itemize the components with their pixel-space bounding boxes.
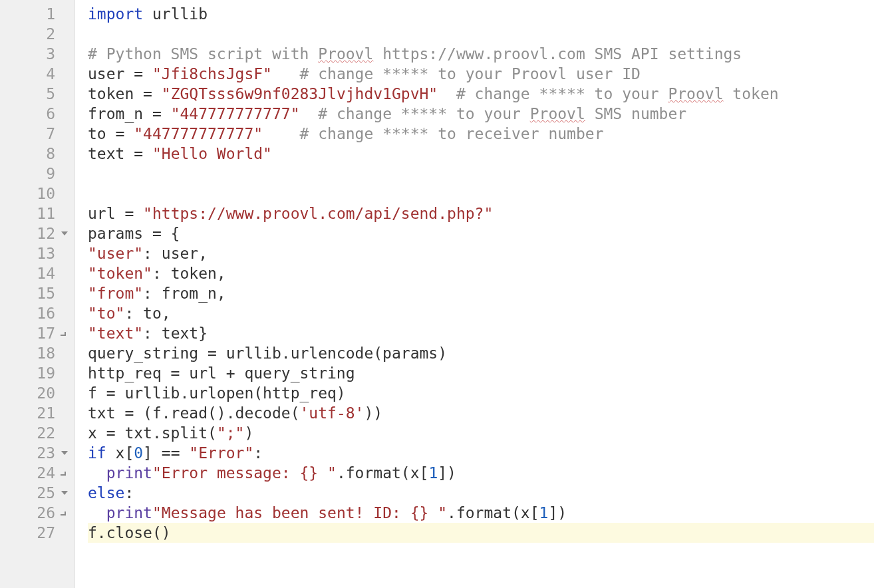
line-number: 2 xyxy=(0,24,70,44)
code-line[interactable]: "from": from_n, xyxy=(88,283,874,303)
code-line[interactable]: f.close() xyxy=(88,523,874,543)
gutter-row[interactable]: 8 xyxy=(0,144,74,164)
gutter-row[interactable]: 4 xyxy=(0,64,74,84)
code-token: ";" xyxy=(217,424,245,442)
code-token: : xyxy=(124,484,134,502)
code-token xyxy=(88,504,106,521)
code-token: "Hello World" xyxy=(152,145,272,162)
code-token: Proovl xyxy=(530,105,585,122)
code-token: f.close() xyxy=(88,524,171,541)
code-line[interactable]: else: xyxy=(88,483,874,503)
code-token: "token" xyxy=(88,265,152,282)
code-line[interactable]: print"Error message: {} ".format(x[1]) xyxy=(88,463,874,483)
code-line[interactable]: text = "Hello World" xyxy=(88,144,874,164)
gutter-row[interactable]: 10 xyxy=(0,184,74,204)
code-token xyxy=(272,65,300,82)
line-number: 10 xyxy=(0,184,70,204)
code-line[interactable]: token = "ZGQTsss6w9nf0283Jlvjhdv1GpvH" #… xyxy=(88,84,874,104)
gutter-row[interactable]: 7 xyxy=(0,124,74,144)
fold-open-icon[interactable] xyxy=(61,489,71,497)
gutter-row[interactable]: 5 xyxy=(0,84,74,104)
fold-open-icon[interactable] xyxy=(61,229,71,237)
code-token xyxy=(300,105,319,122)
code-line[interactable]: print"Message has been sent! ID: {} ".fo… xyxy=(88,503,874,523)
line-number: 16 xyxy=(0,303,70,323)
code-line[interactable]: txt = (f.read().decode('utf-8')) xyxy=(88,403,874,423)
code-line[interactable]: http_req = url + query_string xyxy=(88,363,874,383)
line-number: 1 xyxy=(0,4,70,24)
code-token: "from" xyxy=(88,285,143,302)
code-line[interactable] xyxy=(88,184,874,204)
gutter-row[interactable]: 20 xyxy=(0,383,74,403)
code-token: print xyxy=(106,464,152,482)
line-number: 21 xyxy=(0,403,70,423)
gutter-row[interactable]: 25 xyxy=(0,483,74,503)
code-token: http_req = url + query_string xyxy=(88,365,355,382)
gutter-row[interactable]: 27 xyxy=(0,523,74,543)
gutter-row[interactable]: 9 xyxy=(0,164,74,184)
gutter-row[interactable]: 21 xyxy=(0,403,74,423)
code-line[interactable]: # Python SMS script with Proovl https://… xyxy=(88,44,874,64)
line-number: 14 xyxy=(0,263,70,283)
gutter-row[interactable]: 1 xyxy=(0,4,74,24)
code-line[interactable]: "to": to, xyxy=(88,303,874,323)
line-number: 5 xyxy=(0,84,70,104)
code-line[interactable] xyxy=(88,164,874,184)
code-line[interactable] xyxy=(88,24,874,44)
code-token: # change ***** to your Proovl user ID xyxy=(300,65,641,82)
code-token: "Error message: {} " xyxy=(152,464,337,482)
code-token xyxy=(438,85,456,102)
code-token: Proovl xyxy=(318,45,373,63)
code-line[interactable]: f = urllib.urlopen(http_req) xyxy=(88,383,874,403)
gutter-row[interactable]: 12 xyxy=(0,223,74,243)
code-token: url = xyxy=(88,205,143,222)
code-token: : from_n, xyxy=(143,285,226,302)
code-token: # change ***** to your xyxy=(456,85,668,102)
code-line[interactable]: "text": text} xyxy=(88,323,874,343)
code-token: 'utf-8' xyxy=(300,404,364,422)
code-token: .format(x[ xyxy=(337,464,428,482)
gutter-row[interactable]: 11 xyxy=(0,204,74,223)
gutter-row[interactable]: 24 xyxy=(0,463,74,483)
gutter-row[interactable]: 18 xyxy=(0,343,74,363)
code-token: token = xyxy=(88,85,162,102)
gutter-row[interactable]: 3 xyxy=(0,44,74,64)
code-line[interactable]: from_n = "447777777777" # change ***** t… xyxy=(88,104,874,124)
gutter-row[interactable]: 23 xyxy=(0,443,74,463)
line-number: 8 xyxy=(0,144,70,164)
gutter-row[interactable]: 19 xyxy=(0,363,74,383)
gutter-row[interactable]: 22 xyxy=(0,423,74,443)
code-line[interactable]: "user": user, xyxy=(88,243,874,263)
code-line[interactable]: to = "447777777777" # change ***** to re… xyxy=(88,124,874,144)
code-area[interactable]: import urllib# Python SMS script with Pr… xyxy=(74,0,874,588)
line-number: 23 xyxy=(0,443,70,463)
code-token: "to" xyxy=(88,305,124,322)
line-number: 22 xyxy=(0,423,70,443)
code-token: Proovl xyxy=(668,85,723,102)
code-line[interactable]: params = { xyxy=(88,223,874,243)
code-line[interactable]: url = "https://www.proovl.com/api/send.p… xyxy=(88,204,874,223)
code-line[interactable]: import urllib xyxy=(88,4,874,24)
fold-open-icon[interactable] xyxy=(61,449,71,457)
gutter-row[interactable]: 2 xyxy=(0,24,74,44)
code-token: "447777777777" xyxy=(171,105,300,122)
gutter-row[interactable]: 15 xyxy=(0,283,74,303)
code-token: "Jfi8chsJgsF" xyxy=(152,65,272,82)
code-token: "user" xyxy=(88,245,143,262)
gutter-row[interactable]: 6 xyxy=(0,104,74,124)
code-token: : token, xyxy=(152,265,226,282)
gutter-row[interactable]: 26 xyxy=(0,503,74,523)
code-line[interactable]: user = "Jfi8chsJgsF" # change ***** to y… xyxy=(88,64,874,84)
gutter-row[interactable]: 14 xyxy=(0,263,74,283)
line-number: 18 xyxy=(0,343,70,363)
gutter-row[interactable]: 17 xyxy=(0,323,74,343)
code-line[interactable]: "token": token, xyxy=(88,263,874,283)
gutter-row[interactable]: 16 xyxy=(0,303,74,323)
code-token: text = xyxy=(88,145,152,162)
gutter-row[interactable]: 13 xyxy=(0,243,74,263)
code-token: https://www.proovl.com SMS API settings xyxy=(373,45,742,63)
code-line[interactable]: query_string = urllib.urlencode(params) xyxy=(88,343,874,363)
code-line[interactable]: if x[0] == "Error": xyxy=(88,443,874,463)
svg-rect-3 xyxy=(65,472,66,476)
code-line[interactable]: x = txt.split(";") xyxy=(88,423,874,443)
